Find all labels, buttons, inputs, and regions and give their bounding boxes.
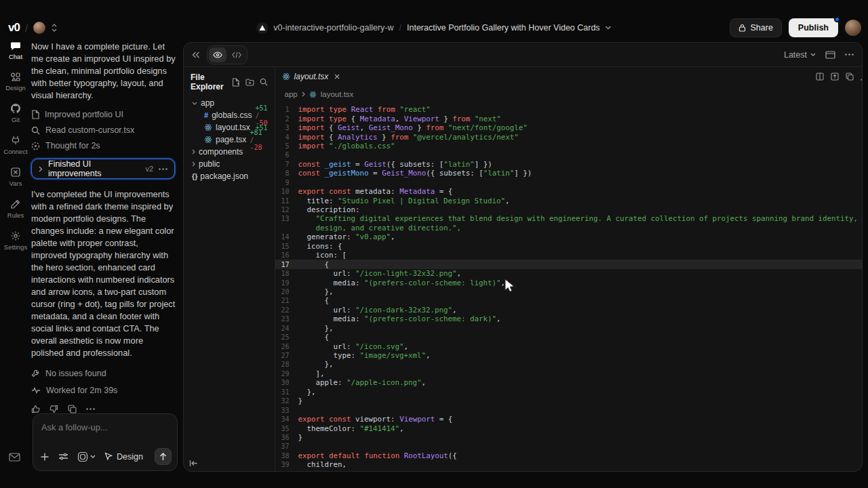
- code-view-icon[interactable]: [228, 47, 245, 62]
- project-switcher-icon[interactable]: [51, 23, 58, 33]
- model-selector-icon[interactable]: [77, 451, 96, 462]
- code-line[interactable]: 28 },: [275, 360, 863, 369]
- code-line[interactable]: 4import { Analytics } from "@vercel/anal…: [275, 132, 863, 141]
- breadcrumb-chat-title[interactable]: Interactive Portfolio Gallery with Hover…: [407, 23, 600, 33]
- preview-eye-icon[interactable]: [209, 47, 226, 62]
- breadcrumb-file[interactable]: layout.tsx: [321, 90, 354, 98]
- code-line[interactable]: 27 type: "image/svg+xml",: [275, 351, 863, 360]
- thumbs-up-icon[interactable]: [31, 405, 40, 413]
- design-mode-button[interactable]: Design: [104, 452, 143, 462]
- send-button[interactable]: [155, 448, 172, 465]
- copy-icon[interactable]: [846, 73, 854, 81]
- code-content[interactable]: 1import type React from "react"2import t…: [275, 102, 863, 472]
- tab-layout-tsx[interactable]: layout.tsx: [282, 72, 340, 81]
- breadcrumb-separator: /: [399, 23, 401, 33]
- rail-item-vars[interactable]: Vars: [9, 167, 22, 187]
- rail-item-git[interactable]: Git: [10, 103, 21, 123]
- thumbs-down-icon[interactable]: [50, 405, 58, 413]
- add-attachment-icon[interactable]: [40, 452, 50, 462]
- code-line[interactable]: 12 description:: [275, 205, 863, 214]
- code-line[interactable]: 22 url: "/icon-dark-32x32.png",: [275, 306, 863, 314]
- status-worked-for[interactable]: Worked for 2m 39s: [31, 386, 182, 395]
- rail-item-design[interactable]: Design: [5, 72, 26, 92]
- search-icon[interactable]: [260, 78, 268, 86]
- step-read-custom-cursor[interactable]: Read custom-cursor.tsx: [31, 125, 182, 135]
- more-icon[interactable]: [159, 168, 167, 170]
- code-line[interactable]: 20 },: [275, 287, 863, 296]
- code-line[interactable]: 40}: Readonly<{: [275, 470, 863, 472]
- step-improved-portfolio-ui[interactable]: Improved portfolio UI: [31, 110, 182, 119]
- code-line[interactable]: 16 icon: [: [275, 251, 863, 260]
- code-line[interactable]: 25 {: [275, 333, 863, 342]
- download-icon[interactable]: [861, 73, 863, 81]
- code-line[interactable]: 15 icons: {: [275, 242, 863, 251]
- browser-icon[interactable]: [825, 51, 835, 59]
- code-line[interactable]: 17 {: [275, 260, 863, 268]
- code-line[interactable]: 30 apple: "/apple-icon.png",: [275, 378, 863, 387]
- code-line[interactable]: 7const _geist = Geist({ subsets: ["latin…: [275, 160, 863, 169]
- step-thought[interactable]: Thought for 2s: [31, 141, 182, 150]
- status-no-issues[interactable]: No issues found: [31, 369, 182, 378]
- code-line[interactable]: 5import "./globals.css": [275, 142, 863, 150]
- code-line[interactable]: 2import type { Metadata, Viewport } from…: [275, 114, 863, 123]
- code-line[interactable]: 36}: [275, 433, 863, 442]
- export-file-icon[interactable]: [831, 73, 839, 81]
- code-line[interactable]: 38export default function RootLayout({: [275, 451, 863, 460]
- code-line[interactable]: 39 children,: [275, 460, 863, 469]
- finished-task-card[interactable]: Finished UI improvements v2: [31, 159, 175, 179]
- code-line[interactable]: 11 title: "Studio Pixel | Digital Design…: [275, 196, 863, 205]
- rail-item-chat[interactable]: Chat: [9, 41, 22, 60]
- code-line[interactable]: 37: [275, 442, 863, 451]
- code-line[interactable]: 14 generator: "v0.app",: [275, 232, 863, 241]
- code-line[interactable]: 3import { Geist, Geist_Mono } from "next…: [275, 123, 863, 132]
- more-icon[interactable]: [845, 54, 854, 56]
- settings-sliders-icon[interactable]: [58, 452, 68, 461]
- new-folder-icon[interactable]: [245, 79, 254, 86]
- code-line[interactable]: 10export const metadata: Metadata = {: [275, 187, 863, 196]
- new-file-icon[interactable]: [232, 78, 240, 87]
- code-line[interactable]: design, and creative direction.",: [275, 224, 863, 232]
- code-line[interactable]: 24 },: [275, 324, 863, 333]
- code-line[interactable]: 18 url: "/icon-light-32x32.png",: [275, 269, 863, 278]
- collapse-explorer-icon[interactable]: [189, 460, 198, 467]
- chevron-down-icon[interactable]: [606, 26, 612, 30]
- rail-item-connect[interactable]: Connect: [3, 135, 27, 155]
- tree-file-globals-css[interactable]: # globals.css +51 / -50: [184, 109, 275, 121]
- rail-item-settings[interactable]: Settings: [4, 230, 27, 251]
- tree-file-package-json[interactable]: { } package.json: [184, 170, 275, 182]
- breadcrumb-project[interactable]: v0-interactive-portfolio-gallery-w: [273, 23, 393, 33]
- code-line[interactable]: 8const _geistMono = Geist_Mono({ subsets…: [275, 169, 863, 178]
- split-editor-icon[interactable]: [816, 73, 824, 81]
- more-icon[interactable]: [86, 408, 95, 410]
- code-line[interactable]: 33: [275, 405, 863, 414]
- code-line[interactable]: 9: [275, 178, 863, 187]
- publish-button[interactable]: Publish: [789, 18, 838, 37]
- breadcrumb-dir[interactable]: app: [285, 90, 298, 98]
- user-avatar[interactable]: [845, 20, 861, 36]
- avatar[interactable]: [33, 22, 45, 34]
- code-line[interactable]: 23 media: "(prefers-color-scheme: dark)"…: [275, 314, 863, 323]
- v0-logo[interactable]: v0: [8, 21, 20, 35]
- tree-folder-public[interactable]: public: [184, 158, 275, 170]
- code-line[interactable]: 32}: [275, 396, 863, 405]
- collapse-panel-icon[interactable]: [192, 52, 200, 58]
- chat-input-box[interactable]: Ask a follow-up... Design: [33, 413, 178, 471]
- mail-icon[interactable]: [9, 453, 20, 462]
- close-tab-icon[interactable]: [334, 74, 340, 79]
- tree-file-page-tsx[interactable]: page.tsx +81 / -28: [184, 134, 275, 146]
- version-selector[interactable]: Latest: [784, 50, 816, 60]
- code-line[interactable]: 35 themeColor: "#141414",: [275, 424, 863, 432]
- rail-item-rules[interactable]: Rules: [7, 199, 24, 219]
- share-button[interactable]: Share: [730, 18, 781, 37]
- code-line[interactable]: 29 ],: [275, 369, 863, 378]
- code-line[interactable]: 31 },: [275, 388, 863, 396]
- code-line[interactable]: 13 "Crafting digital experiences that bl…: [275, 214, 863, 223]
- code-line[interactable]: 21 {: [275, 296, 863, 305]
- code-line[interactable]: 34export const viewport: Viewport = {: [275, 415, 863, 424]
- code-line[interactable]: 1import type React from "react": [275, 105, 863, 114]
- code-line[interactable]: 19 media: "(prefers-color-scheme: light)…: [275, 278, 863, 287]
- tree-folder-components[interactable]: components: [184, 146, 275, 158]
- code-line[interactable]: 6: [275, 150, 863, 159]
- code-line[interactable]: 26 url: "/icon.svg",: [275, 342, 863, 350]
- copy-icon[interactable]: [68, 405, 77, 413]
